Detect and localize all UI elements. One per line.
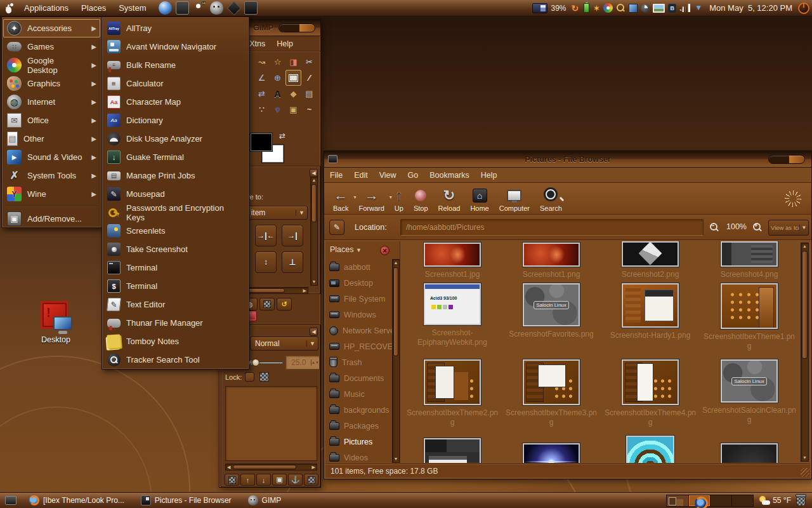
file-item[interactable]: ScreenshotSalocinClean.png: [700, 359, 798, 436]
align-center-horizontal-button[interactable]: →|←: [255, 225, 277, 246]
panel-launcher-icon[interactable]: [193, 1, 206, 15]
applications-menu-button[interactable]: Applications: [18, 0, 75, 16]
file-browser-window[interactable]: Pictures - File Browser File Edit View G…: [324, 150, 812, 479]
file-browser-menu-item[interactable]: File: [324, 168, 348, 182]
gimp-tool-button[interactable]: [254, 70, 270, 86]
toolbar-button[interactable]: Reload: [433, 183, 466, 214]
submenu-item[interactable]: Guake Terminal: [103, 148, 247, 166]
gimp-foreground-color-swatch[interactable]: [250, 133, 273, 152]
location-input[interactable]: [400, 219, 704, 236]
file-browser-menu-item[interactable]: Edit: [348, 168, 374, 182]
place-item[interactable]: Windows: [325, 307, 392, 323]
file-item[interactable]: ScreenshotIbexTheme4.png: [601, 359, 699, 436]
submenu-item[interactable]: Passwords and Encryption Keys: [103, 203, 247, 222]
layers-list[interactable]: [225, 386, 317, 461]
place-item[interactable]: Music: [325, 386, 392, 402]
gnome-menu-icon[interactable]: [4, 3, 15, 14]
tray-icon[interactable]: [653, 4, 665, 13]
gimp-tool-button[interactable]: [270, 54, 285, 70]
menu-category-item[interactable]: Google Desktop ▶: [3, 56, 100, 74]
gimp-window-buttons[interactable]: [278, 23, 315, 32]
panel-launcher-icon[interactable]: [176, 1, 189, 15]
file-browser-menu-item[interactable]: Go: [402, 168, 424, 182]
place-item[interactable]: Documents: [325, 370, 392, 386]
gimp-tool-button[interactable]: [270, 70, 285, 86]
gimp-tool-button[interactable]: [254, 102, 270, 117]
lock-pattern-swatch[interactable]: [259, 372, 269, 382]
place-item[interactable]: Network Servers: [325, 323, 392, 338]
workspace-cell[interactable]: [731, 495, 753, 506]
scroll-up-icon[interactable]: ▲: [393, 260, 399, 266]
file-browser-menu-item[interactable]: Bookmarks: [424, 168, 475, 182]
submenu-item[interactable]: Calculator: [103, 74, 247, 93]
layers-hscrollbar[interactable]: ◀ ▶: [225, 464, 317, 471]
scrollbar-thumb[interactable]: [311, 184, 317, 222]
gimp-tool-button[interactable]: [285, 70, 301, 86]
file-browser-titlebar[interactable]: Pictures - File Browser: [324, 151, 811, 168]
scroll-right-icon[interactable]: ▶: [303, 288, 306, 294]
file-browser-window-buttons[interactable]: [768, 155, 805, 164]
submenu-item[interactable]: Terminal: [103, 277, 247, 295]
tray-icon[interactable]: [668, 4, 676, 13]
file-browser-menu-item[interactable]: View: [374, 168, 402, 182]
spin-arrows-icon[interactable]: ▲▼: [311, 359, 319, 366]
system-menu-button[interactable]: System: [112, 0, 152, 16]
scroll-down-icon[interactable]: ▼: [801, 455, 808, 461]
view-mode-dropdown[interactable]: View as Icons ▼: [768, 220, 809, 236]
toolbar-button[interactable]: Home: [465, 183, 494, 214]
panel-launcher-icon[interactable]: [210, 1, 223, 15]
scroll-right-icon[interactable]: ▶: [312, 464, 315, 471]
toolbar-button[interactable]: Up: [390, 183, 409, 214]
scrollbar-thumb[interactable]: [393, 267, 398, 356]
zoom-in-icon[interactable]: +: [753, 223, 761, 231]
panel-launcher-icon[interactable]: [159, 1, 172, 15]
menu-category-item[interactable]: Sound & Video ▶: [3, 148, 100, 166]
submenu-item[interactable]: Take Screenshot: [103, 240, 247, 258]
gimp-tool-button[interactable]: [270, 86, 285, 102]
taskbar-task-button[interactable]: GIMP: [242, 494, 288, 507]
file-item[interactable]: ScreenshotIbexTheme3.png: [502, 359, 600, 436]
submenu-item[interactable]: Avant Window Navigator: [103, 37, 247, 56]
file-item[interactable]: Screenshot1.jpg: [403, 241, 501, 283]
gimp-tool-button[interactable]: [301, 54, 317, 70]
workspace-cell[interactable]: [667, 495, 688, 506]
scroll-down-icon[interactable]: ▼: [311, 279, 317, 285]
file-item[interactable]: ScreenshotIbexTheme1.png: [700, 283, 798, 359]
opacity-spinbox[interactable]: 25.0 ▲▼: [285, 356, 320, 370]
resize-grip[interactable]: [801, 468, 809, 477]
dock-collapse-icon[interactable]: ◀: [310, 328, 318, 336]
tray-icon[interactable]: [693, 4, 704, 13]
delete-options-button[interactable]: [259, 298, 275, 311]
tray-icon[interactable]: [629, 4, 638, 13]
add-remove-menu-item[interactable]: Add/Remove...: [3, 210, 100, 228]
submenu-item[interactable]: Terminal: [103, 258, 247, 277]
location-toggle-button[interactable]: ✎: [329, 220, 344, 235]
panel-clock[interactable]: Mon May 5, 12:20 PM: [709, 3, 792, 13]
new-layer-button[interactable]: [225, 474, 239, 486]
show-desktop-button[interactable]: [3, 495, 19, 507]
gimp-tool-button[interactable]: [301, 86, 317, 102]
duplicate-layer-button[interactable]: ▣: [272, 474, 287, 486]
submenu-item[interactable]: AllTray: [103, 19, 247, 37]
submenu-item[interactable]: Character Map: [103, 93, 247, 111]
workspace-cell-active[interactable]: [688, 495, 710, 506]
file-item[interactable]: Screenshot-EpiphanyWebkit.png: [403, 283, 501, 359]
panel-launcher-icon[interactable]: [244, 1, 258, 15]
sidebar-vscrollbar[interactable]: ▲ ▼: [392, 259, 400, 463]
scrollbar-thumb[interactable]: [802, 251, 808, 359]
taskbar-task-button[interactable]: Pictures - File Browser: [134, 494, 238, 507]
place-item[interactable]: File System: [325, 291, 392, 307]
layer-mode-dropdown[interactable]: Normal ▼: [250, 337, 318, 351]
submenu-item[interactable]: Manage Print Jobs: [103, 166, 247, 185]
file-item[interactable]: Screenshot2.png: [601, 241, 699, 283]
submenu-item[interactable]: Mousepad: [103, 185, 247, 203]
toolbar-button[interactable]: Forward: [353, 183, 389, 214]
file-browser-menu-item[interactable]: Help: [475, 168, 503, 182]
gimp-tool-button[interactable]: [254, 54, 270, 70]
tray-icon[interactable]: [584, 3, 589, 13]
toolbar-button[interactable]: Computer: [494, 183, 535, 214]
opacity-slider-handle[interactable]: [252, 359, 259, 366]
tray-icon[interactable]: [641, 4, 650, 13]
align-bottom-button[interactable]: ⊥: [282, 251, 303, 273]
submenu-item[interactable]: Tomboy Notes: [103, 332, 247, 351]
